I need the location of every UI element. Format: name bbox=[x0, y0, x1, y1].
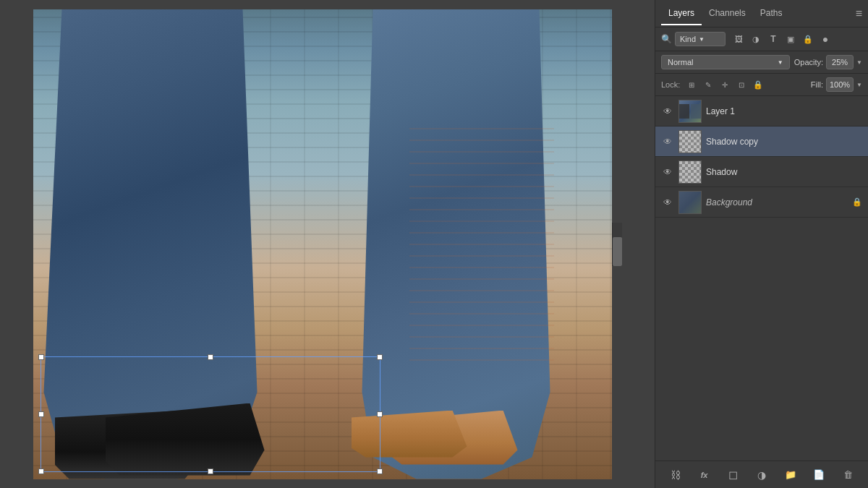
shadow-copy-info: Shadow copy bbox=[706, 137, 862, 147]
shadow-copy-name: Shadow copy bbox=[706, 137, 862, 147]
background-info: Background bbox=[706, 197, 848, 207]
right-shoe-2 bbox=[352, 411, 467, 458]
background-name: Background bbox=[706, 197, 848, 207]
shadow-thumbnail bbox=[679, 161, 701, 183]
fill-value[interactable]: 100% bbox=[826, 77, 854, 92]
canvas-image-container bbox=[33, 9, 612, 479]
brick-texture bbox=[409, 118, 554, 371]
lock-position-btn[interactable]: ✛ bbox=[718, 77, 732, 92]
lock-icons: ⊞ ✎ ✛ ⊡ 🔒 bbox=[684, 77, 765, 92]
kind-dropdown[interactable]: Kind ▼ bbox=[675, 32, 726, 46]
layer-thumb-shadow bbox=[678, 160, 702, 184]
fill-arrow[interactable]: ▼ bbox=[856, 82, 862, 88]
layer1-thumbnail bbox=[679, 100, 701, 122]
lock-all-btn[interactable]: 🔒 bbox=[751, 77, 765, 92]
type-filter-btn[interactable]: T bbox=[766, 32, 780, 46]
mask-btn[interactable]: ◻ bbox=[725, 467, 741, 483]
canvas-area bbox=[0, 0, 655, 488]
layer1-name: Layer 1 bbox=[706, 106, 862, 116]
blend-mode-arrow: ▼ bbox=[778, 59, 783, 66]
filter-icons: 🖼 ◑ T ▣ 🔒 ● bbox=[731, 32, 833, 46]
link-layers-btn[interactable]: ⛓ bbox=[668, 467, 684, 483]
lock-artboards-btn[interactable]: ⊡ bbox=[734, 77, 749, 92]
layer-eye-background[interactable]: 👁 bbox=[661, 196, 674, 209]
fx-btn[interactable]: fx bbox=[697, 467, 712, 483]
shadow-info: Shadow bbox=[706, 167, 862, 177]
tab-channels[interactable]: Channels bbox=[702, 2, 753, 25]
right-panel: Layers Channels Paths ≡ 🔍 Kind ▼ 🖼 ◑ T ▣… bbox=[655, 0, 868, 488]
fill-control: Fill: 100% ▼ bbox=[811, 77, 862, 92]
opacity-label: Opacity: bbox=[794, 58, 823, 67]
canvas-scrollbar[interactable] bbox=[612, 223, 622, 266]
filter-row: 🔍 Kind ▼ 🖼 ◑ T ▣ 🔒 ● bbox=[655, 27, 868, 51]
canvas-photo bbox=[33, 9, 612, 479]
search-icon: 🔍 bbox=[661, 34, 672, 44]
blend-mode-dropdown[interactable]: Normal ▼ bbox=[661, 55, 790, 69]
new-layer-btn[interactable]: 📄 bbox=[811, 467, 827, 483]
layer-item-shadow-copy[interactable]: 👁 Shadow copy bbox=[655, 127, 868, 157]
layer-item-layer1[interactable]: 👁 Layer 1 bbox=[655, 96, 868, 127]
kind-arrow: ▼ bbox=[699, 36, 705, 43]
layer-thumb-shadow-copy bbox=[678, 130, 702, 153]
layer-thumb-layer1 bbox=[678, 100, 702, 123]
panel-tabs: Layers Channels Paths ≡ bbox=[655, 0, 868, 27]
shape-filter-btn[interactable]: ▣ bbox=[783, 32, 798, 46]
panel-bottom-toolbar: ⛓ fx ◻ ◑ 📁 📄 🗑 bbox=[655, 461, 868, 488]
tab-layers[interactable]: Layers bbox=[661, 2, 702, 25]
canvas-scrollbar-thumb[interactable] bbox=[613, 237, 622, 266]
background-thumbnail bbox=[679, 192, 701, 213]
opacity-control: Opacity: 25% ▼ bbox=[794, 55, 862, 69]
adjustment-btn[interactable]: ◑ bbox=[754, 467, 770, 483]
layers-list: 👁 Layer 1 👁 Shadow copy bbox=[655, 96, 868, 461]
image-filter-btn[interactable]: 🖼 bbox=[731, 32, 746, 46]
background-lock-icon: 🔒 bbox=[852, 197, 862, 207]
adjustment-filter-btn[interactable]: ◑ bbox=[749, 32, 763, 46]
delete-layer-btn[interactable]: 🗑 bbox=[840, 467, 856, 483]
lock-image-btn[interactable]: ✎ bbox=[701, 77, 715, 92]
lock-pixels-btn[interactable]: ⊞ bbox=[684, 77, 699, 92]
layer-eye-shadow[interactable]: 👁 bbox=[661, 166, 674, 179]
layer-thumb-background bbox=[678, 191, 702, 214]
lock-row: Lock: ⊞ ✎ ✛ ⊡ 🔒 Fill: 100% ▼ bbox=[655, 74, 868, 96]
group-btn[interactable]: 📁 bbox=[783, 467, 799, 483]
opacity-value[interactable]: 25% bbox=[826, 55, 854, 69]
blend-row: Normal ▼ Opacity: 25% ▼ bbox=[655, 51, 868, 74]
shadow-name: Shadow bbox=[706, 167, 862, 177]
pixel-filter-btn[interactable]: ● bbox=[818, 32, 833, 46]
shadow-copy-thumbnail bbox=[679, 131, 701, 153]
panel-menu-icon[interactable]: ≡ bbox=[856, 7, 862, 20]
layer1-info: Layer 1 bbox=[706, 106, 862, 116]
layer-item-background[interactable]: 👁 Background 🔒 bbox=[655, 187, 868, 218]
layer-item-shadow[interactable]: 👁 Shadow bbox=[655, 157, 868, 187]
tab-paths[interactable]: Paths bbox=[753, 2, 790, 25]
kind-label: Kind bbox=[680, 35, 696, 43]
lock-label: Lock: bbox=[661, 80, 680, 89]
layer-eye-layer1[interactable]: 👁 bbox=[661, 105, 674, 118]
opacity-arrow[interactable]: ▼ bbox=[856, 59, 862, 66]
fill-label: Fill: bbox=[811, 80, 823, 89]
smart-filter-btn[interactable]: 🔒 bbox=[801, 32, 815, 46]
layer-eye-shadow-copy[interactable]: 👁 bbox=[661, 135, 674, 148]
blend-mode-label: Normal bbox=[668, 58, 693, 67]
